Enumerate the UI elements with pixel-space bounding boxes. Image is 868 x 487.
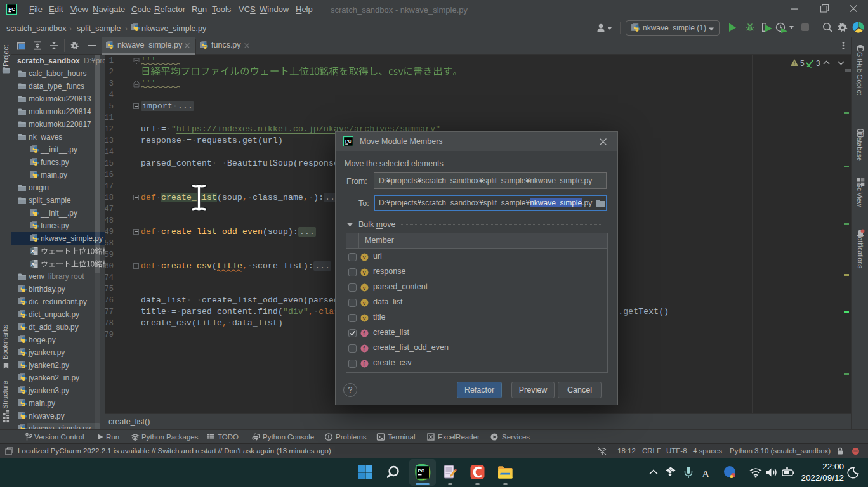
- svg-text:v: v: [363, 254, 366, 261]
- svg-text:5: 5: [800, 59, 805, 68]
- svg-text:PC: PC: [8, 6, 15, 12]
- svg-text:f: f: [363, 330, 365, 337]
- svg-text:v: v: [363, 269, 366, 276]
- svg-text:PC: PC: [345, 139, 352, 143]
- svg-text:PC: PC: [418, 468, 425, 474]
- svg-text:v: v: [363, 315, 366, 321]
- svg-text:v: v: [363, 284, 366, 291]
- svg-text:f: f: [363, 360, 365, 367]
- svg-text:f: f: [363, 345, 365, 352]
- svg-text:3: 3: [816, 59, 820, 68]
- svg-text:v: v: [363, 299, 366, 306]
